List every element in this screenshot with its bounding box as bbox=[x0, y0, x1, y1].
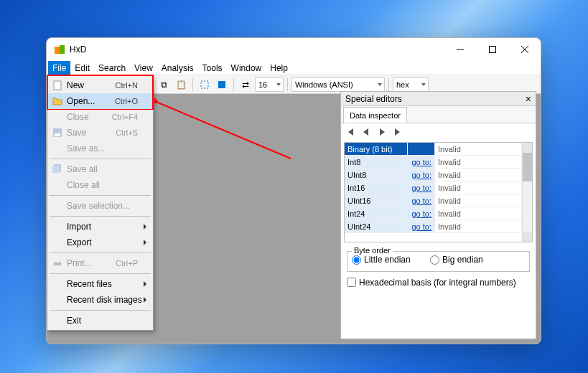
nav-last-icon[interactable] bbox=[393, 127, 403, 139]
scroll-thumb[interactable] bbox=[523, 153, 532, 181]
grid-row-name[interactable]: UInt16 bbox=[345, 194, 408, 207]
menu-item-recent-files[interactable]: Recent files bbox=[48, 276, 152, 292]
goto-link[interactable]: go to: bbox=[408, 181, 435, 194]
menu-item-save-selection[interactable]: Save selection... bbox=[48, 198, 152, 214]
svg-rect-3 bbox=[489, 47, 495, 53]
goto-link[interactable]: go to: bbox=[408, 194, 435, 207]
menu-separator bbox=[50, 252, 151, 253]
goto-link[interactable]: go to: bbox=[408, 207, 435, 220]
menu-item-open[interactable]: Open... Ctrl+O bbox=[48, 93, 152, 109]
app-title: HxD bbox=[70, 44, 444, 55]
grid-row-name[interactable]: Binary (8 bit) bbox=[345, 143, 408, 156]
menu-item-export[interactable]: Export bbox=[48, 235, 152, 250]
scroll-down-icon[interactable] bbox=[523, 232, 532, 242]
menu-edit[interactable]: Edit bbox=[70, 61, 94, 75]
menu-item-exit[interactable]: Exit bbox=[48, 313, 152, 329]
file-menu-dropdown: New Ctrl+N Open... Ctrl+O Close Ctrl+F4 … bbox=[47, 75, 154, 331]
radio-big-endian[interactable]: Big endian bbox=[430, 255, 483, 265]
scroll-up-icon[interactable] bbox=[523, 143, 532, 153]
menu-item-close[interactable]: Close Ctrl+F4 bbox=[48, 109, 152, 125]
menu-item-print[interactable]: Print... Ctrl+P bbox=[48, 255, 152, 271]
nav-first-icon[interactable] bbox=[345, 127, 355, 139]
nav-next-icon[interactable] bbox=[377, 127, 387, 139]
tb-copy-icon[interactable]: ⧉ bbox=[156, 77, 172, 93]
grid-value[interactable]: Invalid bbox=[435, 181, 522, 194]
tb-block2-icon[interactable] bbox=[214, 77, 230, 93]
grid-row-name[interactable]: Int8 bbox=[345, 156, 408, 169]
toolbar-separator bbox=[287, 78, 288, 91]
byte-order-legend: Byte order bbox=[352, 246, 393, 255]
title-bar: HxD bbox=[47, 38, 541, 61]
menu-item-import[interactable]: Import bbox=[48, 219, 152, 235]
file-new-icon bbox=[51, 80, 64, 91]
menu-item-new[interactable]: New Ctrl+N bbox=[48, 77, 152, 93]
special-editors-panel: Special editors × Data inspector Binary … bbox=[340, 91, 536, 339]
menu-separator bbox=[50, 216, 151, 217]
grid-scrollbar[interactable] bbox=[522, 143, 532, 242]
tb-arrows-icon[interactable]: ⇄ bbox=[238, 77, 253, 93]
menu-separator bbox=[50, 273, 151, 274]
menu-search[interactable]: Search bbox=[94, 61, 130, 75]
tb-block-icon[interactable] bbox=[197, 77, 213, 93]
menu-item-save[interactable]: Save Ctrl+S bbox=[48, 125, 152, 141]
grid-value[interactable]: Invalid bbox=[435, 194, 522, 207]
goto-link[interactable]: go to: bbox=[408, 169, 435, 181]
dropdown-charset[interactable]: Windows (ANSI) bbox=[291, 77, 385, 92]
svg-rect-13 bbox=[55, 133, 60, 136]
menu-item-save-all[interactable]: Save all bbox=[48, 161, 152, 177]
menu-window[interactable]: Window bbox=[227, 61, 266, 75]
goto-link[interactable]: go to: bbox=[408, 156, 435, 169]
grid-row-name[interactable]: Int24 bbox=[345, 207, 408, 220]
save-icon bbox=[51, 127, 64, 138]
app-window: HxD File Edit Search View Analysis Tools… bbox=[46, 37, 541, 344]
menu-item-recent-disk-images[interactable]: Recent disk images bbox=[48, 292, 152, 308]
grid-value[interactable]: Invalid bbox=[435, 207, 522, 220]
dropdown-bpr[interactable]: 16 bbox=[255, 77, 284, 92]
menu-file[interactable]: File bbox=[48, 61, 70, 75]
menu-separator bbox=[50, 310, 151, 311]
menu-view[interactable]: View bbox=[130, 61, 157, 75]
svg-rect-11 bbox=[54, 81, 61, 90]
menu-analysis[interactable]: Analysis bbox=[157, 61, 198, 75]
menu-tools[interactable]: Tools bbox=[198, 61, 227, 75]
byte-order-group: Byte order Little endian Big endian bbox=[347, 251, 530, 272]
checkbox-hex-basis[interactable]: Hexadecimal basis (for integral numbers) bbox=[347, 278, 530, 288]
grid-row-name[interactable]: UInt8 bbox=[345, 169, 408, 181]
menu-separator bbox=[50, 159, 151, 159]
grid-value[interactable]: Invalid bbox=[435, 143, 522, 156]
grid-goto[interactable] bbox=[408, 143, 435, 156]
menu-separator bbox=[50, 195, 151, 196]
goto-link[interactable]: go to: bbox=[408, 220, 435, 233]
toolbar-separator bbox=[233, 78, 234, 91]
svg-rect-1 bbox=[60, 45, 65, 54]
grid-row-name[interactable]: Int16 bbox=[345, 181, 408, 194]
menu-help[interactable]: Help bbox=[266, 61, 292, 75]
grid-value[interactable]: Invalid bbox=[435, 156, 522, 169]
menu-item-close-all[interactable]: Close all bbox=[48, 177, 152, 193]
folder-open-icon bbox=[51, 95, 64, 107]
svg-rect-10 bbox=[218, 81, 225, 88]
save-all-icon bbox=[51, 164, 64, 175]
svg-rect-17 bbox=[55, 260, 60, 263]
tb-paste-icon[interactable]: 📋 bbox=[173, 77, 189, 93]
menu-item-save-as[interactable]: Save as... bbox=[48, 141, 152, 156]
nav-prev-icon[interactable] bbox=[361, 127, 371, 139]
grid-value[interactable]: Invalid bbox=[435, 169, 522, 181]
app-icon bbox=[54, 44, 65, 55]
panel-tabs: Data inspector bbox=[341, 106, 536, 123]
close-button[interactable] bbox=[508, 38, 541, 61]
minimize-button[interactable] bbox=[444, 38, 476, 61]
grid-value[interactable]: Invalid bbox=[435, 220, 522, 233]
tab-data-inspector[interactable]: Data inspector bbox=[343, 107, 407, 123]
panel-title: Special editors bbox=[345, 94, 402, 104]
dropdown-base[interactable]: hex bbox=[393, 77, 429, 92]
svg-rect-9 bbox=[201, 81, 208, 88]
panel-header: Special editors × bbox=[341, 92, 536, 106]
menu-bar: File Edit Search View Analysis Tools Win… bbox=[47, 61, 541, 75]
panel-close-icon[interactable]: × bbox=[526, 93, 531, 105]
svg-rect-0 bbox=[55, 47, 60, 54]
radio-little-endian[interactable]: Little endian bbox=[352, 255, 411, 265]
maximize-button[interactable] bbox=[476, 38, 508, 61]
grid-row-name[interactable]: UInt24 bbox=[345, 220, 408, 233]
inspector-grid: Binary (8 bit) Int8 UInt8 Int16 UInt16 I… bbox=[344, 142, 533, 242]
